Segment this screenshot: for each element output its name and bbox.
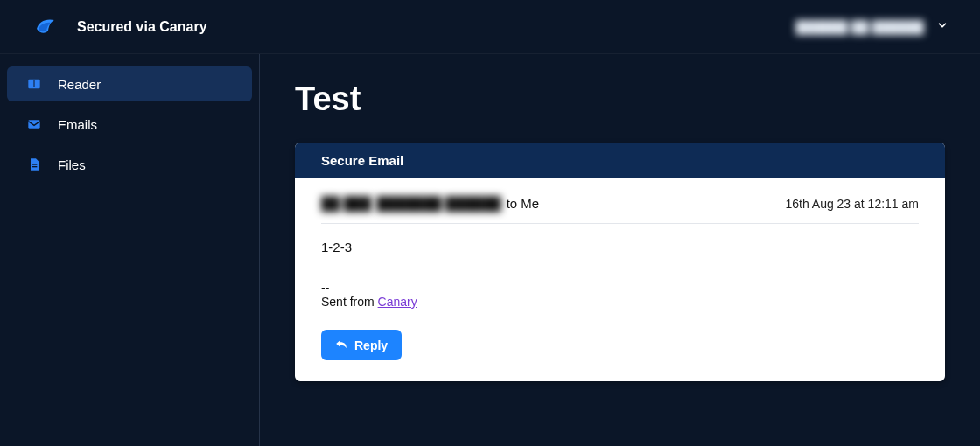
page-title: Test — [295, 80, 945, 118]
user-menu[interactable]: ██████ ██ ██████ — [795, 19, 948, 35]
user-display-name: ██████ ██ ██████ — [795, 20, 924, 34]
sidebar-item-label: Emails — [58, 117, 97, 132]
svg-rect-3 — [32, 166, 37, 167]
app-header: Secured via Canary ██████ ██ ██████ — [0, 0, 980, 54]
signature-link[interactable]: Canary — [378, 295, 417, 309]
card-body: ██ ███ ███████ ██████ to Me 16th Aug 23 … — [295, 178, 945, 381]
sidebar: Reader Emails Files — [0, 54, 260, 446]
reply-icon — [335, 338, 347, 352]
svg-rect-2 — [32, 164, 37, 164]
email-card: Secure Email ██ ███ ███████ ██████ to Me… — [295, 143, 945, 381]
signature-prefix: Sent from — [321, 295, 378, 309]
canary-logo-icon — [32, 13, 60, 41]
signature-divider: -- — [321, 281, 919, 295]
sender-name: ███████ ██████ — [376, 196, 500, 211]
header-left: Secured via Canary — [32, 13, 207, 41]
email-meta: ██ ███ ███████ ██████ to Me 16th Aug 23 … — [321, 196, 919, 224]
reply-label: Reply — [354, 338, 388, 352]
reader-icon — [26, 76, 42, 92]
app-title: Secured via Canary — [77, 19, 207, 35]
reply-button[interactable]: Reply — [321, 330, 402, 360]
sidebar-item-reader[interactable]: Reader — [7, 66, 252, 101]
sender-to: to Me — [507, 196, 540, 211]
card-header: Secure Email — [295, 143, 945, 178]
email-body: 1-2-3 — [321, 240, 919, 254]
sidebar-item-emails[interactable]: Emails — [7, 107, 252, 142]
email-timestamp: 16th Aug 23 at 12:11 am — [785, 197, 919, 211]
file-icon — [26, 157, 42, 172]
sender-line: ██ ███ ███████ ██████ to Me — [321, 196, 539, 211]
signature-line: Sent from Canary — [321, 295, 919, 309]
sidebar-item-label: Reader — [58, 77, 101, 92]
svg-rect-1 — [28, 120, 39, 128]
sidebar-item-files[interactable]: Files — [7, 147, 252, 182]
sidebar-item-label: Files — [58, 157, 86, 172]
email-icon — [26, 116, 42, 132]
chevron-down-icon — [936, 19, 948, 35]
main-content: Test Secure Email ██ ███ ███████ ██████ … — [260, 54, 980, 446]
sender-prefix: ██ ███ — [321, 196, 371, 211]
